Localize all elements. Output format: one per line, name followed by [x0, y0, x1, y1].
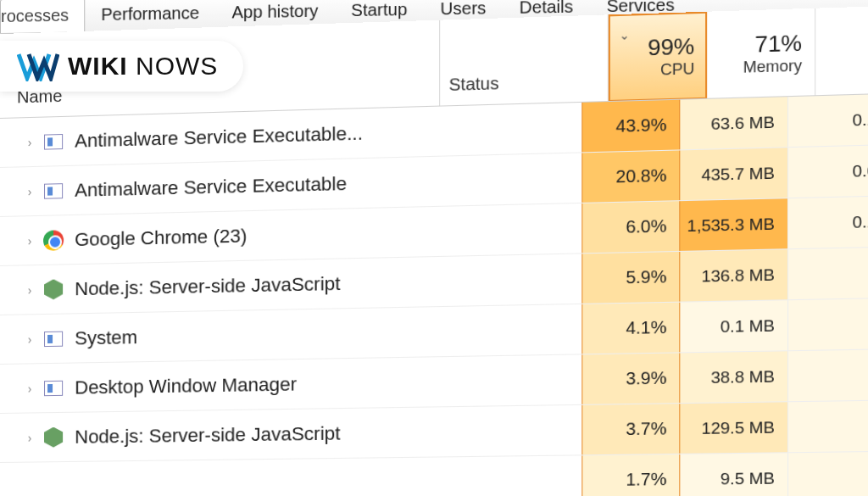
- expand-chevron-icon[interactable]: ›: [17, 233, 42, 248]
- process-icon: [42, 229, 64, 252]
- process-cpu-cell: 3.7%: [581, 404, 680, 454]
- process-mem-cell: 136.8 MB: [680, 249, 788, 301]
- process-mem-cell: 38.8 MB: [680, 351, 788, 403]
- process-name: Node.js: Server-side JavaScript: [75, 422, 340, 449]
- process-status-cell: [414, 127, 581, 131]
- expand-chevron-icon[interactable]: ›: [17, 382, 42, 395]
- process-name-cell: ›Antimalware Service Executable...: [0, 120, 414, 153]
- process-disk-cell: 0.1 M: [788, 93, 868, 147]
- wikinows-logo-icon: [17, 51, 59, 81]
- process-name-cell: ›Node.js: Server-side JavaScript: [0, 421, 414, 449]
- process-icon: [42, 476, 64, 496]
- process-status-cell: [414, 380, 581, 382]
- expand-chevron-icon[interactable]: ›: [17, 282, 42, 297]
- process-name: Desktop Window Manager: [75, 373, 297, 398]
- process-disk-cell: 0.1 M: [788, 196, 868, 248]
- watermark-text: WIKI NOWS: [68, 52, 218, 81]
- process-name-cell: ›Desktop Window Manager: [0, 371, 414, 400]
- mem-total-pct: 71%: [754, 29, 802, 58]
- expand-chevron-icon[interactable]: ›: [17, 332, 42, 347]
- process-status-cell: [414, 228, 581, 231]
- process-cpu-cell: 6.0%: [581, 201, 680, 253]
- process-name: System: [75, 326, 137, 348]
- process-cpu-cell: 5.9%: [581, 252, 680, 304]
- process-name-cell: [0, 471, 414, 496]
- process-icon: [42, 376, 64, 398]
- process-disk-cell: 4.4: [788, 298, 868, 351]
- process-icon: [42, 426, 64, 448]
- process-name-cell: ›Google Chrome (23): [0, 220, 414, 252]
- process-icon: [42, 278, 64, 301]
- cpu-total-pct: 99%: [648, 33, 694, 62]
- process-status-cell: [414, 430, 581, 432]
- process-cpu-cell: 20.8%: [581, 150, 680, 202]
- process-name: Antimalware Service Executable...: [75, 122, 363, 152]
- process-name: Antimalware Service Executable: [75, 172, 347, 201]
- process-disk-cell: 2.0: [788, 247, 868, 299]
- process-name-cell: ›Node.js: Server-side JavaScript: [0, 270, 414, 301]
- process-disk-cell: [788, 452, 868, 496]
- process-cpu-cell: 43.9%: [581, 100, 680, 153]
- process-name-cell: ›Antimalware Service Executable: [0, 170, 414, 203]
- header-status[interactable]: Status: [440, 14, 609, 105]
- process-status-cell: [414, 329, 581, 332]
- cpu-label: CPU: [660, 60, 694, 80]
- process-mem-cell: 0.1 MB: [680, 300, 788, 352]
- process-cpu-cell: 3.9%: [581, 353, 680, 404]
- header-cpu[interactable]: ⌄ 99% CPU: [609, 12, 707, 101]
- process-mem-cell: 129.5 MB: [680, 402, 788, 454]
- expand-chevron-icon[interactable]: ›: [17, 184, 42, 198]
- watermark-badge: WIKI NOWS: [0, 41, 243, 92]
- process-name: Node.js: Server-side JavaScript: [75, 272, 340, 300]
- process-list: ›Antimalware Service Executable...43.9%6…: [0, 93, 868, 496]
- process-icon: [42, 327, 64, 350]
- process-disk-cell: 0.6 M: [788, 145, 868, 198]
- expand-chevron-icon[interactable]: ›: [17, 135, 42, 149]
- header-disk[interactable]: 2 D: [815, 5, 868, 95]
- process-mem-cell: 63.6 MB: [680, 97, 788, 149]
- process-name: Google Chrome (23): [75, 225, 247, 251]
- process-icon: [42, 130, 64, 153]
- process-status-cell: [414, 178, 581, 182]
- process-status-cell: [414, 481, 581, 482]
- process-mem-cell: 435.7 MB: [680, 148, 788, 200]
- tab-processes[interactable]: rocesses: [0, 0, 85, 33]
- process-disk-cell: 0: [788, 400, 868, 452]
- process-mem-cell: 1,535.3 MB: [680, 198, 788, 251]
- expand-chevron-icon[interactable]: ›: [17, 431, 42, 444]
- mem-label: Memory: [743, 57, 802, 77]
- process-mem-cell: 9.5 MB: [680, 453, 788, 496]
- sort-chevron-icon: ⌄: [619, 28, 630, 42]
- process-status-cell: [414, 279, 581, 282]
- process-cpu-cell: 4.1%: [581, 303, 680, 354]
- process-cpu-cell: 1.7%: [581, 454, 680, 496]
- process-disk-cell: 0: [788, 349, 868, 401]
- process-icon: [42, 180, 64, 203]
- process-name-cell: ›System: [0, 320, 414, 350]
- header-memory[interactable]: 71% Memory: [707, 8, 815, 98]
